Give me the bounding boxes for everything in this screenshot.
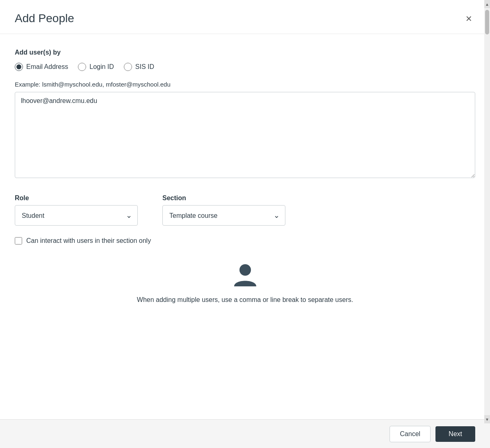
radio-email-label: Email Address bbox=[26, 63, 68, 71]
cancel-button[interactable]: Cancel bbox=[390, 426, 431, 442]
radio-login-label: Login ID bbox=[89, 63, 114, 71]
info-text: When adding multiple users, use a comma … bbox=[137, 296, 353, 304]
role-label: Role bbox=[15, 194, 138, 202]
modal-footer: Cancel Next bbox=[0, 419, 490, 448]
add-users-by-label: Add user(s) by bbox=[15, 49, 475, 56]
svg-point-0 bbox=[239, 264, 251, 276]
close-button[interactable]: × bbox=[463, 11, 475, 25]
scrollbar: ▲ ▼ bbox=[484, 0, 490, 423]
modal-header: Add People × bbox=[0, 0, 490, 34]
info-section: When adding multiple users, use a comma … bbox=[15, 261, 475, 304]
radio-group: Email Address Login ID SIS ID bbox=[15, 63, 475, 71]
radio-email[interactable] bbox=[15, 63, 23, 71]
email-textarea[interactable]: lhoover@andrew.cmu.edu bbox=[15, 92, 475, 178]
role-select[interactable]: Student Teacher TA Observer Designer bbox=[15, 205, 138, 226]
radio-option-email[interactable]: Email Address bbox=[15, 63, 68, 71]
role-dropdown-wrapper: Student Teacher TA Observer Designer ⌄ bbox=[15, 205, 138, 226]
section-label: Section bbox=[162, 194, 285, 202]
person-icon bbox=[231, 261, 260, 290]
checkbox-row: Can interact with users in their section… bbox=[15, 237, 475, 245]
radio-sis-label: SIS ID bbox=[135, 63, 154, 71]
modal-title: Add People bbox=[15, 12, 74, 25]
radio-option-sis[interactable]: SIS ID bbox=[124, 63, 154, 71]
role-section-row: Role Student Teacher TA Observer Designe… bbox=[15, 194, 475, 226]
modal-container: Add People × Add user(s) by Email Addres… bbox=[0, 0, 490, 448]
radio-sis[interactable] bbox=[124, 63, 132, 71]
section-group: Section Template course Section 1 Sectio… bbox=[162, 194, 285, 226]
radio-option-login[interactable]: Login ID bbox=[78, 63, 114, 71]
section-select[interactable]: Template course Section 1 Section 2 bbox=[162, 205, 285, 226]
section-dropdown-wrapper: Template course Section 1 Section 2 ⌄ bbox=[162, 205, 285, 226]
next-button[interactable]: Next bbox=[435, 426, 475, 442]
modal-body: Add user(s) by Email Address Login ID SI… bbox=[0, 34, 490, 419]
scroll-up-arrow[interactable]: ▲ bbox=[484, 0, 490, 8]
example-text: Example: lsmith@myschool.edu, mfoster@my… bbox=[15, 81, 475, 88]
scroll-thumb[interactable] bbox=[485, 10, 489, 34]
section-only-checkbox[interactable] bbox=[15, 237, 22, 245]
role-group: Role Student Teacher TA Observer Designe… bbox=[15, 194, 138, 226]
radio-login[interactable] bbox=[78, 63, 86, 71]
checkbox-label[interactable]: Can interact with users in their section… bbox=[26, 237, 151, 245]
scroll-down-arrow[interactable]: ▼ bbox=[484, 415, 490, 423]
